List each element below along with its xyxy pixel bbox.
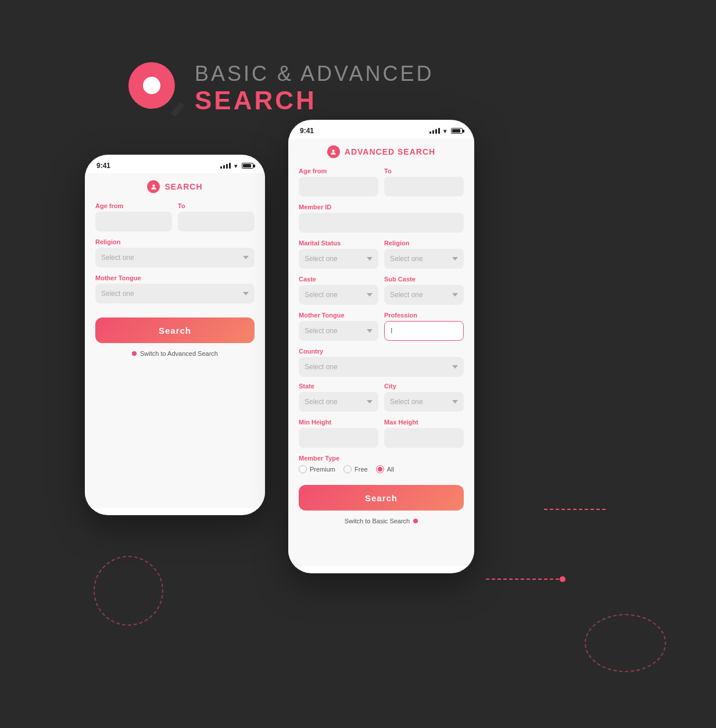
max-height-input[interactable] — [384, 428, 464, 448]
mother-tongue-label-left: Mother Tongue — [95, 274, 255, 281]
country-group: Country Select one — [299, 348, 464, 377]
radio-all[interactable]: All — [376, 465, 394, 473]
member-type-section: Member Type Premium Free — [299, 455, 464, 473]
age-from-group-right: Age from — [299, 167, 378, 197]
age-to-group-left: To — [178, 202, 255, 231]
max-height-group: Max Height — [384, 419, 464, 448]
mother-tongue-select-left[interactable]: Select one — [95, 284, 255, 304]
religion-label-right: Religion — [384, 240, 464, 247]
caste-group: Caste Select one — [299, 276, 378, 305]
switch-link-right[interactable]: Switch to Basic Search — [299, 518, 464, 524]
min-height-input[interactable] — [299, 428, 378, 448]
country-label: Country — [299, 348, 464, 355]
time-right: 9:41 — [300, 127, 314, 135]
battery-icon-right — [451, 128, 463, 134]
state-label: State — [299, 383, 378, 390]
advanced-search-title-text: ADVANCED SEARCH — [345, 147, 435, 156]
mother-tongue-select-right[interactable]: Select one — [299, 321, 378, 341]
caste-select[interactable]: Select one — [299, 285, 378, 305]
age-from-label-right: Age from — [299, 167, 378, 174]
age-to-label-right: To — [384, 167, 464, 174]
age-to-group-right: To — [384, 167, 464, 197]
age-to-input-right[interactable] — [384, 177, 464, 197]
sub-caste-label: Sub Caste — [384, 276, 464, 283]
marital-status-select[interactable]: Select one — [299, 249, 378, 269]
member-type-row: Premium Free All — [299, 465, 464, 473]
religion-group-left: Religion Select one — [95, 238, 255, 267]
status-bar-left: 9:41 ▾ — [85, 155, 265, 173]
switch-link-left[interactable]: Switch to Advanced Search — [95, 350, 255, 357]
sub-caste-group: Sub Caste Select one — [384, 276, 464, 305]
religion-select-right[interactable]: Select one — [384, 249, 464, 269]
phone-right-content: ADVANCED SEARCH Age from To Member ID — [288, 138, 474, 566]
radio-label-all: All — [387, 466, 394, 473]
switch-dot-left — [132, 351, 137, 356]
phone-left-content: SEARCH Age from To Religion — [85, 173, 265, 508]
phone-basic-search: 9:41 ▾ — [85, 155, 265, 515]
status-icons-right: ▾ — [429, 128, 463, 134]
state-select[interactable]: Select one — [299, 392, 378, 412]
height-row: Min Height Max Height — [299, 419, 464, 448]
search-button-right[interactable]: Search — [299, 485, 464, 511]
profession-input[interactable] — [384, 321, 464, 341]
marital-status-label: Marital Status — [299, 240, 378, 247]
radio-free[interactable]: Free — [343, 465, 368, 473]
city-label: City — [384, 383, 464, 390]
age-to-label-left: To — [178, 202, 255, 209]
header-text: BASIC & ADVANCED SEARCH — [195, 62, 434, 115]
signal-icon — [220, 163, 231, 169]
city-select[interactable]: Select one — [384, 392, 464, 412]
state-city-row: State Select one City Select one — [299, 383, 464, 412]
member-id-input[interactable] — [299, 213, 464, 233]
header-area: BASIC & ADVANCED SEARCH — [128, 62, 434, 115]
radio-circle-free — [343, 465, 352, 473]
min-height-group: Min Height — [299, 419, 378, 448]
country-select[interactable]: Select one — [299, 357, 464, 377]
member-id-label: Member ID — [299, 204, 464, 210]
marital-status-group: Marital Status Select one — [299, 240, 378, 269]
svg-point-7 — [332, 149, 335, 152]
radio-label-free: Free — [355, 466, 368, 473]
radio-label-premium: Premium — [310, 466, 335, 473]
mother-tongue-group-right: Mother Tongue Select one — [299, 312, 378, 341]
religion-label-left: Religion — [95, 238, 255, 245]
title-person-icon-right — [327, 145, 340, 158]
title-person-icon-left — [147, 180, 160, 193]
sub-caste-select[interactable]: Select one — [384, 285, 464, 305]
age-from-input-right[interactable] — [299, 177, 378, 197]
header-line2: SEARCH — [195, 86, 434, 115]
age-row-left: Age from To — [95, 202, 255, 231]
time-left: 9:41 — [96, 162, 110, 170]
phones-container: 9:41 ▾ — [85, 120, 474, 573]
caste-row: Caste Select one Sub Caste Select one — [299, 276, 464, 305]
member-id-group: Member ID — [299, 204, 464, 233]
religion-group-right: Religion Select one — [384, 240, 464, 269]
search-button-left[interactable]: Search — [95, 317, 255, 343]
age-from-group-left: Age from — [95, 202, 172, 231]
wifi-icon-right: ▾ — [443, 128, 446, 134]
tongue-profession-row: Mother Tongue Select one Profession — [299, 312, 464, 341]
min-height-label: Min Height — [299, 419, 378, 426]
profession-group: Profession — [384, 312, 464, 341]
marital-religion-row: Marital Status Select one Religion Selec… — [299, 240, 464, 269]
radio-inner-all — [378, 467, 382, 472]
age-from-input-left[interactable] — [95, 212, 172, 231]
battery-icon — [242, 163, 253, 169]
age-to-input-left[interactable] — [178, 212, 255, 231]
advanced-search-title: ADVANCED SEARCH — [299, 143, 464, 158]
svg-point-6 — [152, 184, 155, 187]
religion-select-left[interactable]: Select one — [95, 248, 255, 267]
header-search-icon — [128, 62, 181, 115]
radio-circle-all — [376, 465, 384, 473]
deco-circle-right — [585, 614, 666, 672]
status-icons-left: ▾ — [220, 163, 253, 169]
phone-advanced-search: 9:41 ▾ — [288, 120, 474, 573]
header-line1: BASIC & ADVANCED — [195, 62, 434, 86]
basic-search-title: SEARCH — [95, 178, 255, 193]
radio-premium[interactable]: Premium — [299, 465, 335, 473]
status-bar-right: 9:41 ▾ — [288, 120, 474, 138]
member-type-label: Member Type — [299, 455, 464, 462]
mother-tongue-label-right: Mother Tongue — [299, 312, 378, 319]
wifi-icon: ▾ — [234, 163, 237, 169]
city-group: City Select one — [384, 383, 464, 412]
